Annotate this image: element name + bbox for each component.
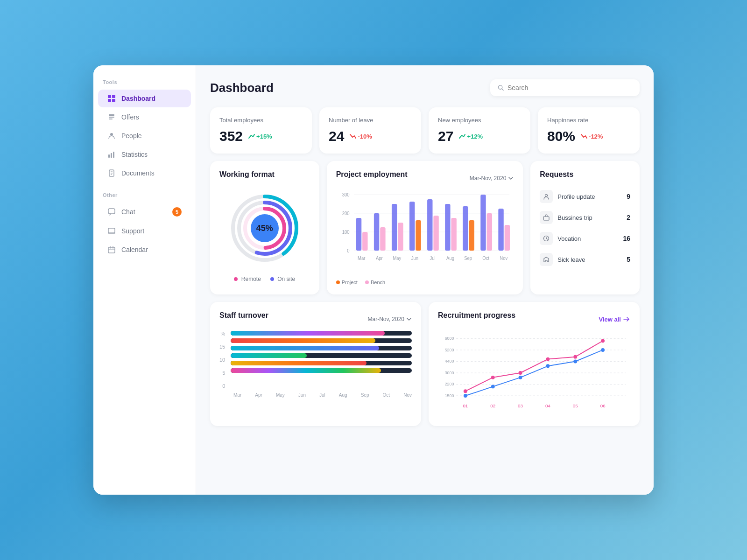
svg-rect-0 xyxy=(108,95,111,98)
sidebar-dashboard-label: Dashboard xyxy=(121,95,155,102)
sidebar-statistics-label: Statistics xyxy=(121,151,148,158)
svg-point-95 xyxy=(601,348,605,352)
donut-center-label: 45% xyxy=(256,224,273,233)
svg-text:Aug: Aug xyxy=(446,256,454,261)
sidebar: Tools Dashboard xyxy=(93,65,196,495)
svg-text:05: 05 xyxy=(573,403,578,408)
hbar-row-0 xyxy=(231,331,412,336)
sidebar-item-chat[interactable]: Chat 5 xyxy=(98,203,191,221)
hbar-row-4 xyxy=(231,361,412,365)
calendar-icon xyxy=(107,245,116,254)
svg-rect-18 xyxy=(108,247,115,253)
stat-card-number-of-leave: Number of leave 24 -10% xyxy=(319,107,421,154)
request-item-3: Sick leave 5 xyxy=(540,249,630,270)
svg-rect-5 xyxy=(109,117,114,118)
request-count-3: 5 xyxy=(627,256,630,263)
svg-point-88 xyxy=(573,355,577,359)
svg-text:Jul: Jul xyxy=(430,256,435,261)
stat-value-2: 27 xyxy=(438,128,453,144)
sidebar-other-section: Other Chat 5 xyxy=(93,192,196,259)
svg-text:100: 100 xyxy=(342,230,349,235)
vocation-icon xyxy=(540,232,553,245)
stat-value-row-1: 24 -10% xyxy=(329,128,412,144)
sidebar-item-calendar[interactable]: Calendar xyxy=(98,241,191,259)
stat-label-0: Total employees xyxy=(219,117,303,124)
sidebar-item-dashboard[interactable]: Dashboard xyxy=(98,90,191,107)
svg-rect-67 xyxy=(543,217,549,220)
svg-rect-43 xyxy=(392,204,397,251)
stat-trend-0: +15% xyxy=(248,133,272,140)
chart-legend: Project Bench xyxy=(336,280,514,285)
search-input[interactable] xyxy=(507,84,632,91)
sidebar-support-label: Support xyxy=(121,227,144,235)
sidebar-item-offers[interactable]: Offers xyxy=(98,108,191,126)
donut-legend: Remote On site xyxy=(234,276,295,282)
stat-value-1: 24 xyxy=(329,128,344,144)
statistics-icon xyxy=(107,150,116,159)
svg-rect-15 xyxy=(108,209,115,214)
sidebar-item-statistics[interactable]: Statistics xyxy=(98,146,191,163)
project-employment-card: Project employment Mar-Nov, 2020 300 200 xyxy=(327,161,523,294)
hbar-row-1 xyxy=(231,338,412,343)
svg-text:03: 03 xyxy=(518,403,523,408)
svg-rect-16 xyxy=(108,228,115,233)
chat-badge: 5 xyxy=(172,207,182,217)
request-count-1: 2 xyxy=(627,214,630,221)
svg-rect-50 xyxy=(451,218,456,251)
middle-row: Working format xyxy=(210,161,640,294)
view-all-link[interactable]: View all xyxy=(599,315,630,323)
svg-rect-53 xyxy=(480,195,486,251)
documents-icon xyxy=(107,169,116,177)
request-item-1: Bussines trip 2 xyxy=(540,207,630,228)
sidebar-offers-label: Offers xyxy=(121,113,139,121)
line-chart-svg: 6000 5200 4400 3000 2200 1500 xyxy=(438,331,630,415)
sidebar-calendar-label: Calendar xyxy=(121,246,148,253)
svg-text:300: 300 xyxy=(342,192,349,197)
sidebar-item-support[interactable]: Support xyxy=(98,222,191,240)
stat-value-0: 352 xyxy=(219,128,243,144)
svg-rect-54 xyxy=(486,213,492,251)
chart-header: Project employment Mar-Nov, 2020 xyxy=(336,170,514,186)
staff-turnover-period[interactable]: Mar-Nov, 2020 xyxy=(368,316,412,322)
legend-onsite: On site xyxy=(270,276,295,282)
hbar-bars xyxy=(231,331,412,389)
request-item-0: Profile update 9 xyxy=(540,186,630,207)
svg-rect-40 xyxy=(362,232,367,251)
period-selector[interactable]: Mar-Nov, 2020 xyxy=(470,175,514,182)
donut-container: 45% Remote On site xyxy=(219,186,310,282)
request-count-2: 16 xyxy=(623,235,630,242)
request-label-1: Bussines trip xyxy=(557,214,622,221)
staff-turnover-card: Staff turnover Mar-Nov, 2020 % 15 10 5 0 xyxy=(210,302,421,426)
legend-remote: Remote xyxy=(234,276,261,282)
svg-rect-2 xyxy=(108,99,111,102)
stat-card-total-employees: Total employees 352 +15% xyxy=(210,107,312,154)
legend-project: Project xyxy=(336,280,358,285)
svg-rect-8 xyxy=(108,154,110,158)
svg-text:4400: 4400 xyxy=(445,359,454,364)
sidebar-item-documents[interactable]: Documents xyxy=(98,164,191,182)
main-content: Dashboard Total employees 352 +15% xyxy=(196,65,654,495)
recruitment-title: Recruitment progress xyxy=(438,311,515,320)
legend-bench: Bench xyxy=(365,280,385,285)
sidebar-item-people[interactable]: People xyxy=(98,127,191,145)
svg-rect-51 xyxy=(463,206,468,251)
svg-text:04: 04 xyxy=(545,403,550,408)
svg-text:Apr: Apr xyxy=(376,256,383,261)
svg-text:200: 200 xyxy=(342,211,349,216)
tools-label: Tools xyxy=(93,79,196,89)
offers-icon xyxy=(107,113,116,121)
svg-point-89 xyxy=(601,339,605,343)
app-container: Tools Dashboard xyxy=(93,65,654,495)
search-bar[interactable] xyxy=(490,79,640,96)
request-list: Profile update 9 Bussines trip 2 xyxy=(540,186,630,270)
working-format-card: Working format xyxy=(210,161,319,294)
request-label-3: Sick leave xyxy=(557,256,622,263)
svg-rect-42 xyxy=(380,227,385,251)
stat-label-3: Happinnes rate xyxy=(547,117,630,124)
project-employment-title: Project employment xyxy=(336,170,408,179)
svg-text:May: May xyxy=(393,256,401,261)
chat-icon xyxy=(107,208,116,216)
hbar-chart-area: % 15 10 5 0 xyxy=(219,331,412,389)
hbar-row-3 xyxy=(231,353,412,358)
svg-rect-47 xyxy=(427,199,432,251)
